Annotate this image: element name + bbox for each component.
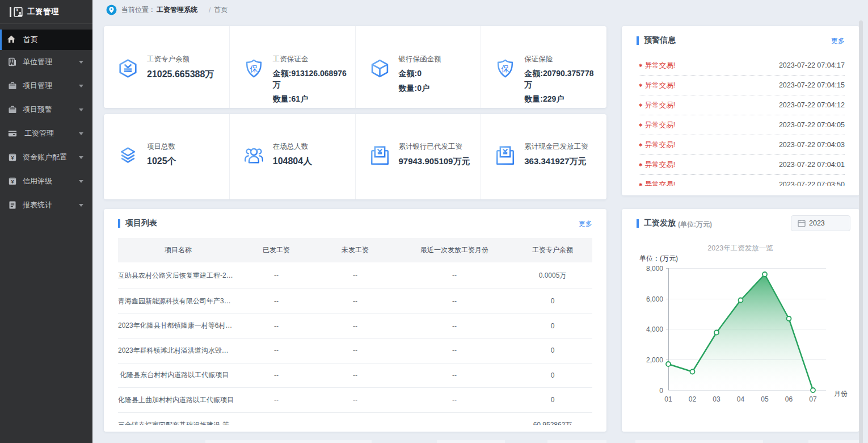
svg-text:单位：(万元): 单位：(万元) xyxy=(639,254,678,262)
svg-text:月份: 月份 xyxy=(834,390,848,398)
svg-text:06: 06 xyxy=(785,395,793,403)
svg-text:0: 0 xyxy=(659,387,663,395)
svg-text:保: 保 xyxy=(501,64,509,73)
svg-text:6,000: 6,000 xyxy=(646,295,663,303)
svg-text:¥: ¥ xyxy=(11,155,14,161)
svg-text:8,000: 8,000 xyxy=(646,265,663,273)
svg-text:2023年工资发放一览: 2023年工资发放一览 xyxy=(707,244,773,252)
svg-text:07: 07 xyxy=(809,395,817,403)
svg-text:4,000: 4,000 xyxy=(646,325,663,333)
svg-text:2,000: 2,000 xyxy=(646,356,663,364)
svg-text:保: 保 xyxy=(249,64,258,73)
svg-text:¥: ¥ xyxy=(11,179,14,185)
svg-text:02: 02 xyxy=(689,395,697,403)
svg-text:01: 01 xyxy=(664,395,672,403)
svg-text:03: 03 xyxy=(713,395,720,403)
svg-text:04: 04 xyxy=(737,395,745,403)
svg-text:¥: ¥ xyxy=(16,8,18,12)
svg-text:05: 05 xyxy=(761,395,769,403)
